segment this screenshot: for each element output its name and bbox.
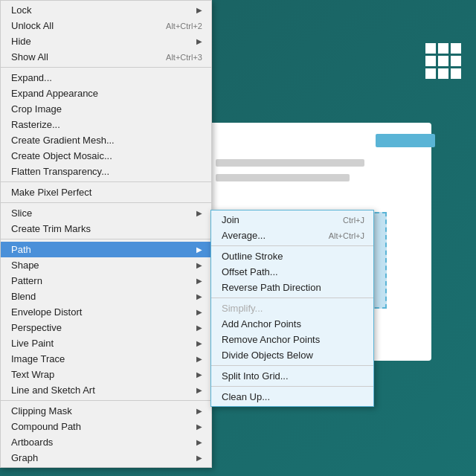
submenu-item-offset-path[interactable]: Offset Path... bbox=[211, 264, 373, 280]
menu-item-line-sketch-art[interactable]: Line and Sketch Art▶ bbox=[1, 382, 211, 398]
menu-item-text-wrap[interactable]: Text Wrap▶ bbox=[1, 367, 211, 382]
menu-item-label: Shape bbox=[11, 260, 196, 271]
path-submenu: JoinCtrl+JAverage...Alt+Ctrl+JOutline St… bbox=[210, 210, 374, 407]
submenu-item-add-anchor-points[interactable]: Add Anchor Points bbox=[211, 316, 373, 332]
menu-item-envelope-distort[interactable]: Envelope Distort▶ bbox=[1, 304, 211, 320]
menu-item-perspective[interactable]: Perspective▶ bbox=[1, 320, 211, 335]
submenu-separator bbox=[211, 365, 373, 366]
menu-separator bbox=[1, 202, 211, 203]
submenu-arrow-icon: ▶ bbox=[196, 407, 202, 415]
menu-item-rasterize[interactable]: Rasterize... bbox=[1, 117, 211, 132]
menu-item-shape[interactable]: Shape▶ bbox=[1, 257, 211, 273]
menu-item-create-object-mosaic[interactable]: Create Object Mosaic... bbox=[1, 148, 211, 164]
menu-item-path[interactable]: Path▶ bbox=[1, 242, 211, 257]
submenu-item-label: Add Anchor Points bbox=[222, 318, 364, 329]
submenu-item-join[interactable]: JoinCtrl+J bbox=[211, 212, 373, 228]
submenu-item-label: Offset Path... bbox=[222, 266, 364, 277]
submenu-item-label: Reverse Path Direction bbox=[222, 282, 364, 293]
menu-item-slice[interactable]: Slice▶ bbox=[1, 205, 211, 221]
menu-separator bbox=[1, 400, 211, 401]
submenu-item-remove-anchor-points[interactable]: Remove Anchor Points bbox=[211, 332, 373, 347]
menu-item-label: Path bbox=[11, 244, 196, 255]
bg-card-line2 bbox=[216, 174, 350, 181]
menu-item-show-all[interactable]: Show AllAlt+Ctrl+3 bbox=[1, 49, 211, 65]
submenu-arrow-icon: ▶ bbox=[196, 438, 202, 446]
menu-item-label: Graph bbox=[11, 452, 196, 463]
menu-item-shortcut: Alt+Ctrl+3 bbox=[166, 53, 202, 62]
menu-separator bbox=[1, 239, 211, 239]
menu-item-create-gradient-mesh[interactable]: Create Gradient Mesh... bbox=[1, 132, 211, 148]
submenu-item-clean-up[interactable]: Clean Up... bbox=[211, 389, 373, 405]
menu-item-label: Rasterize... bbox=[11, 119, 202, 130]
menu-item-label: Image Trace bbox=[11, 353, 196, 364]
submenu-item-reverse-path-direction[interactable]: Reverse Path Direction bbox=[211, 280, 373, 295]
submenu-arrow-icon: ▶ bbox=[196, 37, 202, 45]
submenu-item-label: Join bbox=[222, 214, 328, 225]
submenu-separator bbox=[211, 245, 373, 246]
bg-card-blue-bar bbox=[376, 134, 435, 147]
menu-item-flatten-transparency[interactable]: Flatten Transparency... bbox=[1, 164, 211, 179]
submenu-arrow-icon: ▶ bbox=[196, 339, 202, 347]
submenu-arrow-icon: ▶ bbox=[196, 370, 202, 379]
menu-item-compound-path[interactable]: Compound Path▶ bbox=[1, 419, 211, 434]
submenu-separator bbox=[211, 386, 373, 387]
menu-item-label: Crop Image bbox=[11, 103, 202, 115]
menu-item-image-trace[interactable]: Image Trace▶ bbox=[1, 351, 211, 367]
menu-item-unlock-all[interactable]: Unlock AllAlt+Ctrl+2 bbox=[1, 18, 211, 33]
menu-item-label: Make Pixel Perfect bbox=[11, 187, 202, 198]
bg-bottom-text bbox=[216, 414, 454, 431]
main-context-menu: Lock▶Unlock AllAlt+Ctrl+2Hide▶Show AllAl… bbox=[0, 0, 212, 468]
menu-item-lock[interactable]: Lock▶ bbox=[1, 2, 211, 18]
submenu-arrow-icon: ▶ bbox=[196, 386, 202, 394]
menu-item-hide[interactable]: Hide▶ bbox=[1, 33, 211, 49]
submenu-item-label: Average... bbox=[222, 230, 314, 241]
menu-item-label: Pattern bbox=[11, 275, 196, 286]
menu-item-label: Envelope Distort bbox=[11, 306, 196, 318]
menu-item-label: Hide bbox=[11, 36, 196, 47]
submenu-arrow-icon: ▶ bbox=[196, 308, 202, 316]
submenu-item-label: Remove Anchor Points bbox=[222, 334, 364, 345]
menu-item-blend[interactable]: Blend▶ bbox=[1, 289, 211, 304]
menu-item-label: Text Wrap bbox=[11, 369, 196, 380]
submenu-item-label: Split Into Grid... bbox=[222, 370, 364, 382]
menu-item-label: Create Object Mosaic... bbox=[11, 150, 202, 161]
menu-item-expand[interactable]: Expand... bbox=[1, 70, 211, 86]
menu-item-live-paint[interactable]: Live Paint▶ bbox=[1, 335, 211, 351]
menu-item-label: Show All bbox=[11, 51, 151, 62]
menu-item-label: Create Trim Marks bbox=[11, 223, 202, 234]
submenu-arrow-icon: ▶ bbox=[196, 355, 202, 363]
submenu-item-outline-stroke[interactable]: Outline Stroke bbox=[211, 248, 373, 264]
bg-card-line1 bbox=[216, 159, 364, 167]
submenu-arrow-icon: ▶ bbox=[196, 6, 202, 14]
submenu-arrow-icon: ▶ bbox=[196, 422, 202, 431]
menu-item-label: Flatten Transparency... bbox=[11, 166, 202, 177]
menu-item-artboards[interactable]: Artboards▶ bbox=[1, 434, 211, 450]
menu-item-label: Unlock All bbox=[11, 20, 151, 31]
menu-separator bbox=[1, 181, 211, 182]
submenu-item-split-into-grid[interactable]: Split Into Grid... bbox=[211, 368, 373, 384]
submenu-item-label: Simplify... bbox=[222, 303, 364, 314]
menu-item-create-trim-marks[interactable]: Create Trim Marks bbox=[1, 221, 211, 237]
submenu-item-average[interactable]: Average...Alt+Ctrl+J bbox=[211, 228, 373, 243]
grid-icon bbox=[425, 43, 461, 79]
menu-item-expand-appearance[interactable]: Expand Appearance bbox=[1, 86, 211, 101]
menu-item-crop-image[interactable]: Crop Image bbox=[1, 101, 211, 117]
submenu-item-shortcut: Ctrl+J bbox=[343, 216, 364, 225]
submenu-separator bbox=[211, 298, 373, 298]
menu-item-make-pixel-perfect[interactable]: Make Pixel Perfect bbox=[1, 184, 211, 200]
submenu-arrow-icon: ▶ bbox=[196, 261, 202, 269]
submenu-arrow-icon: ▶ bbox=[196, 454, 202, 462]
submenu-arrow-icon: ▶ bbox=[196, 324, 202, 332]
menu-item-graph[interactable]: Graph▶ bbox=[1, 450, 211, 466]
submenu-item-simplify[interactable]: Simplify... bbox=[211, 300, 373, 316]
menu-item-label: Blend bbox=[11, 291, 196, 302]
menu-item-label: Artboards bbox=[11, 437, 196, 448]
menu-item-label: Line and Sketch Art bbox=[11, 385, 196, 396]
menu-item-clipping-mask[interactable]: Clipping Mask▶ bbox=[1, 403, 211, 419]
submenu-item-shortcut: Alt+Ctrl+J bbox=[329, 231, 364, 240]
submenu-item-divide-objects-below[interactable]: Divide Objects Below bbox=[211, 347, 373, 363]
menu-item-pattern[interactable]: Pattern▶ bbox=[1, 273, 211, 289]
menu-item-shortcut: Alt+Ctrl+2 bbox=[166, 22, 202, 30]
menu-item-label: Lock bbox=[11, 4, 196, 16]
menu-separator bbox=[1, 67, 211, 68]
